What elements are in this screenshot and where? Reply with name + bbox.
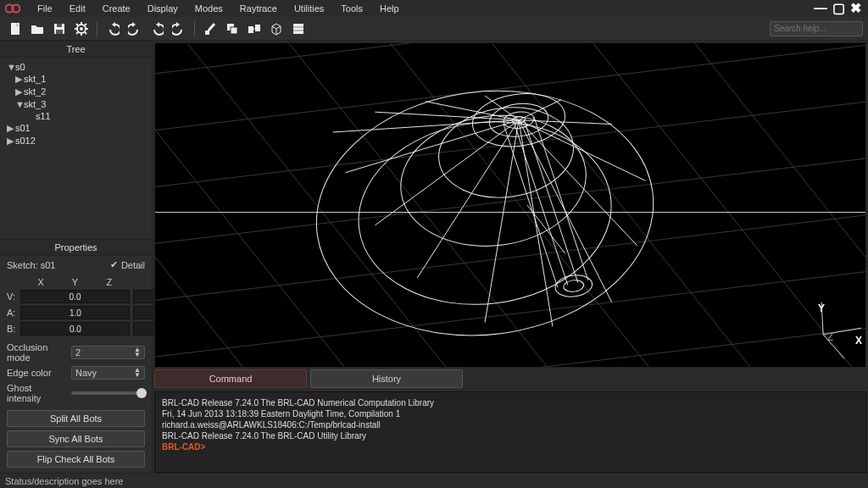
statusbar: Status/description goes here (0, 473, 868, 488)
console-line: BRL-CAD Release 7.24.0 The BRL-CAD Numer… (162, 397, 859, 408)
svg-line-65 (485, 120, 519, 323)
menu-tools[interactable]: Tools (332, 3, 371, 14)
axis-y-label: Y (818, 302, 825, 314)
flip-check-all-bots-button[interactable]: Flip Check All Bots (7, 451, 145, 468)
toolbar (0, 17, 868, 41)
menubar: File Edit Create Display Modes Raytrace … (0, 0, 868, 17)
expand-arrow-icon[interactable]: ▶ (7, 136, 15, 147)
svg-line-46 (561, 43, 865, 367)
a-x-input[interactable] (20, 306, 130, 319)
menu-modes[interactable]: Modes (186, 3, 231, 14)
expand-arrow-icon[interactable]: ▶ (15, 86, 24, 97)
menu-display[interactable]: Display (139, 3, 186, 14)
tree-item[interactable]: ▶s012 (3, 135, 148, 147)
occlusion-select[interactable]: 2▲▼ (71, 346, 145, 359)
menu-utilities[interactable]: Utilities (286, 3, 332, 14)
redo-icon[interactable] (125, 19, 145, 38)
svg-line-22 (209, 24, 214, 30)
row-b-label: B: (7, 324, 17, 334)
console-output[interactable]: BRL-CAD Release 7.24.0 The BRL-CAD Numer… (154, 391, 866, 473)
app-logo (3, 0, 22, 17)
svg-line-36 (155, 205, 865, 310)
axis-z-label: Z (827, 331, 833, 343)
new-icon[interactable] (5, 19, 25, 38)
tab-history[interactable]: History (310, 369, 463, 388)
svg-rect-25 (248, 26, 253, 33)
search-help-input[interactable] (774, 24, 868, 33)
tree-item[interactable]: ▼skt_3 (3, 98, 148, 110)
menu-create[interactable]: Create (94, 3, 139, 14)
detail-checkbox[interactable]: ✔ Detail (110, 259, 145, 270)
col-z: Z (92, 277, 126, 287)
svg-rect-6 (56, 30, 63, 34)
search-help-box[interactable] (770, 21, 863, 36)
tree-item[interactable]: ▼s0 (3, 61, 148, 73)
tree-item[interactable]: ▶skt_1 (3, 73, 148, 86)
swap-icon[interactable] (244, 19, 264, 38)
svg-line-15 (85, 24, 86, 25)
undo-icon[interactable] (103, 19, 123, 38)
spinner-icon: ▲▼ (134, 347, 141, 358)
sheet-icon[interactable] (288, 19, 309, 38)
ghost-intensity-slider[interactable] (71, 391, 145, 395)
svg-marker-18 (132, 22, 136, 27)
svg-line-63 (375, 120, 519, 225)
row-a-label: A: (7, 308, 17, 318)
split-all-bots-button[interactable]: Split All Bots (7, 410, 145, 427)
ghost-intensity-label: Ghost intensity (7, 383, 66, 403)
tab-command[interactable]: Command (154, 369, 307, 388)
expand-arrow-icon[interactable]: ▼ (15, 99, 24, 109)
svg-line-57 (504, 125, 558, 288)
sync-all-bots-button[interactable]: Sync All Bots (7, 430, 145, 447)
maximize-icon[interactable]: ▢ (832, 2, 845, 15)
tree-item[interactable]: ▶skt_2 (3, 86, 148, 98)
tree-panel[interactable]: ▼s0▶skt_1▶skt_2▼skt_3s11▶s01▶s012 (0, 58, 152, 239)
menu-help[interactable]: Help (371, 3, 408, 14)
tree-item[interactable]: s11 (3, 110, 148, 122)
svg-rect-26 (255, 25, 260, 31)
cube-icon[interactable] (266, 19, 287, 38)
b-x-input[interactable] (20, 322, 130, 336)
status-text: Status/description goes here (5, 476, 123, 486)
detail-label: Detail (121, 260, 145, 270)
svg-marker-19 (156, 22, 159, 27)
svg-line-42 (358, 43, 713, 367)
menu-edit[interactable]: Edit (61, 3, 94, 14)
tree-item[interactable]: ▶s01 (3, 122, 148, 135)
svg-rect-2 (11, 23, 19, 35)
viewport-3d[interactable]: X Y Z (154, 42, 866, 368)
svg-line-14 (85, 32, 86, 34)
console-prompt[interactable]: BRL-CAD> (162, 441, 859, 452)
settings-icon[interactable] (71, 19, 92, 38)
svg-line-38 (155, 319, 865, 367)
svg-line-69 (519, 120, 646, 181)
check-icon: ✔ (110, 259, 118, 270)
undo-alt-icon[interactable] (147, 19, 167, 38)
svg-marker-17 (112, 22, 115, 27)
svg-point-75 (346, 107, 623, 320)
svg-rect-27 (293, 24, 303, 34)
minimize-icon[interactable]: — (814, 2, 827, 15)
menu-file[interactable]: File (29, 3, 61, 14)
brush-icon[interactable] (200, 19, 220, 38)
svg-rect-21 (205, 30, 209, 35)
redo-alt-icon[interactable] (169, 19, 189, 38)
layers-icon[interactable] (222, 19, 242, 38)
edge-color-label: Edge color (7, 368, 66, 378)
svg-line-32 (155, 43, 865, 84)
menu-raytrace[interactable]: Raytrace (231, 3, 286, 14)
v-x-input[interactable] (20, 290, 130, 303)
close-icon[interactable]: ✖ (850, 2, 861, 15)
slider-handle[interactable] (136, 388, 147, 398)
expand-arrow-icon[interactable]: ▶ (15, 74, 24, 85)
edge-color-select[interactable]: Navy▲▼ (71, 366, 145, 380)
svg-line-47 (663, 43, 865, 367)
expand-arrow-icon[interactable]: ▼ (7, 62, 15, 72)
console-line: Fri, 14 Jun 2013 13:18:39 Eastern Daylig… (162, 408, 859, 419)
svg-line-40 (155, 43, 510, 367)
save-icon[interactable] (49, 19, 70, 38)
open-icon[interactable] (27, 19, 47, 38)
console-line: richard.a.weiss@ARLAWKLS18406:C:/Temp/br… (162, 419, 859, 430)
svg-rect-5 (57, 24, 62, 27)
expand-arrow-icon[interactable]: ▶ (7, 123, 15, 134)
